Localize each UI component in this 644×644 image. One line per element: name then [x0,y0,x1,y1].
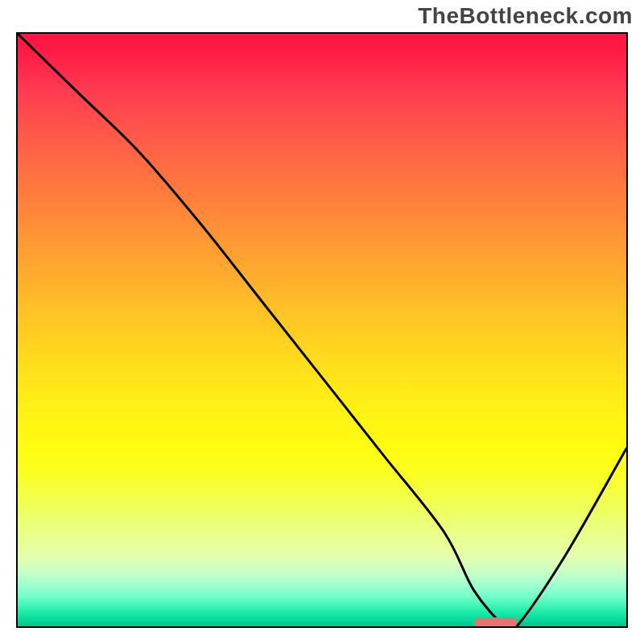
chart-container: TheBottleneck.com [0,0,644,644]
watermark-text: TheBottleneck.com [418,3,633,29]
bottleneck-curve [18,34,626,626]
optimal-marker [474,617,517,628]
plot-area [16,32,628,628]
